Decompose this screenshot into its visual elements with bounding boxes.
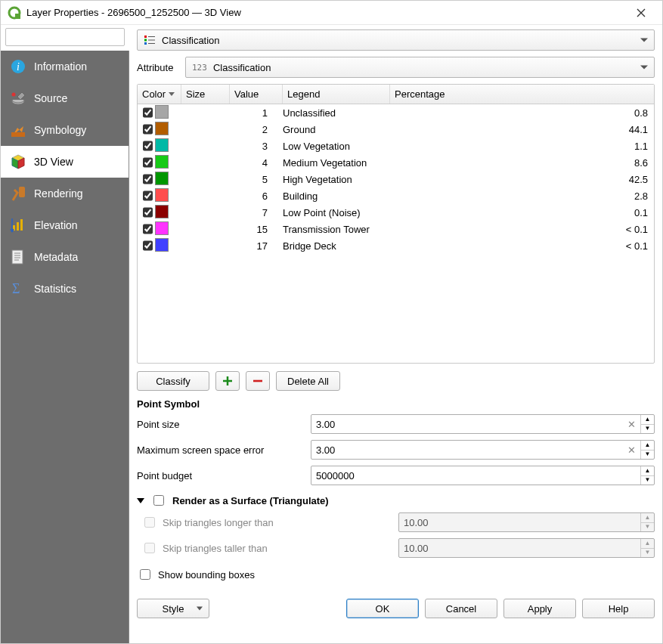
col-header-size[interactable]: Size — [181, 85, 230, 104]
clear-icon[interactable]: ✕ — [622, 415, 640, 433]
color-swatch[interactable] — [155, 238, 169, 252]
col-header-value[interactable]: Value — [230, 85, 283, 104]
color-swatch[interactable] — [155, 122, 169, 135]
sidebar-item-elevation[interactable]: Elevation — [1, 209, 129, 241]
row-legend: Bridge Deck — [283, 240, 390, 252]
row-visibility-checkbox[interactable] — [143, 207, 153, 218]
table-row[interactable]: 4Medium Vegetation8.6 — [138, 154, 654, 171]
row-legend: Medium Vegetation — [283, 157, 390, 169]
svg-rect-11 — [19, 187, 25, 197]
table-row[interactable]: 15Transmission Tower< 0.1 — [138, 221, 654, 237]
row-value: 15 — [230, 224, 283, 235]
max-error-input[interactable]: ✕ ▲▼ — [311, 440, 655, 460]
row-visibility-checkbox[interactable] — [143, 240, 153, 251]
sidebar-item-rendering[interactable]: Rendering — [1, 178, 129, 209]
row-visibility-checkbox[interactable] — [143, 107, 153, 118]
render-mode-select[interactable]: Classification — [137, 29, 655, 51]
color-swatch[interactable] — [155, 221, 169, 235]
3d-view-icon — [10, 153, 26, 170]
triangulate-checkbox[interactable] — [153, 495, 164, 506]
color-swatch[interactable] — [155, 155, 169, 169]
sidebar-item-3d-view[interactable]: 3D View — [1, 146, 129, 178]
point-size-input[interactable]: ✕ ▲▼ — [311, 414, 655, 434]
point-budget-input[interactable]: ▲▼ — [311, 466, 655, 485]
classify-button[interactable]: Classify — [137, 371, 209, 391]
clear-icon[interactable]: ✕ — [622, 441, 640, 459]
delete-all-button[interactable]: Delete All — [276, 371, 340, 391]
apply-button[interactable]: Apply — [503, 599, 576, 618]
color-swatch[interactable] — [155, 105, 169, 119]
color-swatch[interactable] — [155, 188, 169, 202]
spin-buttons[interactable]: ▲▼ — [640, 466, 654, 485]
row-legend: High Vegetation — [283, 174, 390, 185]
col-header-percentage[interactable]: Percentage — [390, 85, 654, 104]
cancel-button[interactable]: Cancel — [425, 599, 497, 618]
col-header-legend[interactable]: Legend — [283, 85, 390, 104]
table-row[interactable]: 3Low Vegetation1.1 — [138, 138, 654, 154]
table-row[interactable]: 6Building2.8 — [138, 187, 654, 204]
row-value: 6 — [230, 190, 283, 202]
skip-taller-checkbox — [144, 543, 155, 553]
row-percentage: < 0.1 — [390, 240, 654, 252]
row-visibility-checkbox[interactable] — [143, 141, 153, 151]
svg-rect-7 — [11, 132, 25, 137]
row-visibility-checkbox[interactable] — [143, 157, 153, 168]
table-row[interactable]: 7Low Point (Noise)0.1 — [138, 204, 654, 221]
content-panel: Classification Attribute 123 Classificat… — [129, 25, 662, 643]
point-budget-label: Point budget — [137, 470, 311, 481]
row-percentage: 44.1 — [390, 124, 654, 135]
row-visibility-checkbox[interactable] — [143, 224, 153, 234]
render-mode-label: Classification — [162, 35, 220, 46]
spin-buttons[interactable]: ▲▼ — [640, 441, 654, 459]
chevron-down-icon — [640, 39, 648, 42]
color-swatch[interactable] — [155, 138, 169, 152]
sidebar-item-label: Metadata — [34, 251, 78, 263]
close-button[interactable] — [626, 2, 656, 23]
color-swatch[interactable] — [155, 205, 169, 218]
row-visibility-checkbox[interactable] — [143, 124, 153, 135]
add-class-button[interactable] — [215, 371, 240, 391]
sidebar-item-label: Information — [34, 60, 87, 73]
svg-rect-1 — [15, 14, 20, 19]
row-visibility-checkbox[interactable] — [143, 174, 153, 184]
ok-button[interactable]: OK — [346, 599, 419, 618]
help-button[interactable]: Help — [582, 599, 655, 618]
sidebar-item-symbology[interactable]: Symbology — [1, 114, 129, 146]
spin-buttons[interactable]: ▲▼ — [640, 415, 654, 433]
table-row[interactable]: 5High Vegetation42.5 — [138, 171, 654, 187]
row-value: 5 — [230, 174, 283, 185]
sort-indicator-icon — [169, 92, 175, 96]
sidebar-item-information[interactable]: iInformation — [1, 51, 129, 82]
point-symbol-form: Point size ✕ ▲▼ Maximum screen space err… — [137, 414, 655, 485]
sidebar-item-label: 3D View — [34, 156, 73, 168]
bbox-option[interactable]: Show bounding boxes — [137, 567, 655, 582]
sidebar-item-metadata[interactable]: Metadata — [1, 241, 129, 273]
sidebar-item-label: Symbology — [34, 124, 86, 136]
point-symbol-title: Point Symbol — [137, 398, 655, 410]
skip-taller-label: Skip triangles taller than — [163, 543, 268, 554]
titlebar: Layer Properties - 2696500_1252500 — 3D … — [1, 1, 662, 25]
minus-icon — [252, 375, 264, 387]
bbox-checkbox[interactable] — [140, 569, 150, 580]
row-value: 4 — [230, 157, 283, 169]
table-row[interactable]: 17Bridge Deck< 0.1 — [138, 237, 654, 254]
color-swatch[interactable] — [155, 172, 169, 185]
skip-taller-option: Skip triangles taller than — [141, 540, 398, 556]
search-input[interactable] — [5, 28, 125, 46]
style-menu-button[interactable]: Style — [137, 599, 209, 618]
attribute-select[interactable]: 123 Classification — [185, 57, 655, 78]
triangulate-label: Render as a Surface (Triangulate) — [172, 495, 329, 506]
table-row[interactable]: 1Unclassified0.8 — [138, 104, 654, 121]
row-visibility-checkbox[interactable] — [143, 190, 153, 201]
table-row[interactable]: 2Ground44.1 — [138, 121, 654, 138]
remove-class-button[interactable] — [246, 371, 270, 391]
sidebar-item-source[interactable]: Source — [1, 82, 129, 114]
sidebar-item-statistics[interactable]: ΣStatistics — [1, 273, 129, 305]
max-error-label: Maximum screen space error — [137, 444, 311, 456]
spin-buttons: ▲▼ — [640, 539, 654, 557]
col-header-color[interactable]: Color — [138, 85, 181, 104]
row-legend: Building — [283, 190, 390, 202]
statistics-icon: Σ — [10, 280, 26, 297]
row-legend: Low Vegetation — [283, 141, 390, 152]
triangulate-head[interactable]: Render as a Surface (Triangulate) — [137, 493, 655, 508]
